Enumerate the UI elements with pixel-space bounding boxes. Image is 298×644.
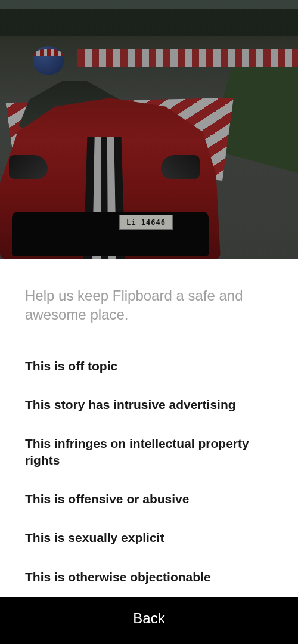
- report-panel: Help us keep Flipboard a safe and awesom…: [0, 259, 298, 597]
- story-image: Li 14646: [0, 0, 298, 259]
- report-options-list: This is off topic This story has intrusi…: [25, 358, 273, 585]
- report-option-off-topic[interactable]: This is off topic: [25, 358, 273, 374]
- report-subheading: Help us keep Flipboard a safe and awesom…: [25, 286, 273, 325]
- report-option-explicit[interactable]: This is sexually explicit: [25, 530, 273, 546]
- report-option-advertising[interactable]: This story has intrusive advertising: [25, 397, 273, 413]
- report-option-offensive[interactable]: This is offensive or abusive: [25, 491, 273, 507]
- footer-bar: Back: [0, 597, 298, 644]
- report-option-ip-infringement[interactable]: This infringes on intellectual property …: [25, 435, 273, 468]
- back-button[interactable]: Back: [133, 610, 164, 627]
- report-option-objectionable[interactable]: This is otherwise objectionable: [25, 569, 273, 585]
